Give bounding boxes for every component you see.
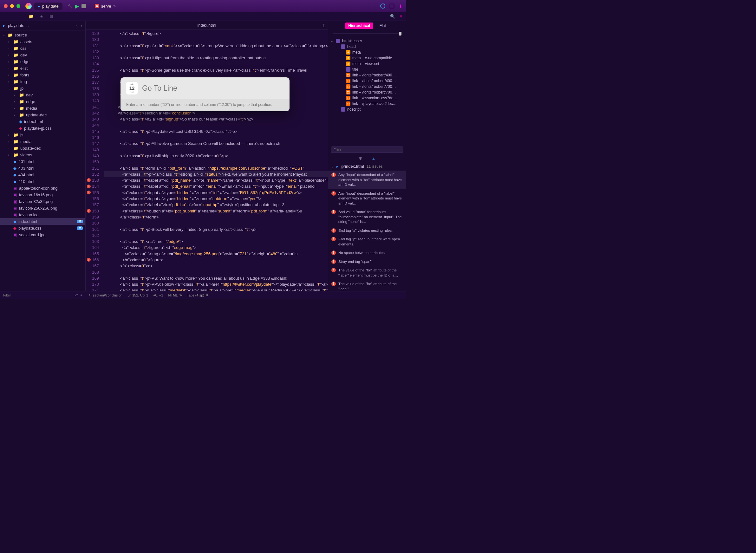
document-icon: ▸ [38,4,40,9]
tree-item[interactable]: ◆404.html [0,171,85,178]
code-editor[interactable]: 1291301311321331341351361371381391401411… [86,30,328,291]
outline-item[interactable]: ⌄head [328,44,406,50]
indent-mode[interactable]: Tabs (4 sp) ⇅ [187,293,208,297]
run-button[interactable]: ▶ [75,3,79,9]
stop-button[interactable] [81,4,86,8]
issue-item[interactable]: !Stray end tag "span". [328,257,406,266]
zoom-window-button[interactable] [16,4,20,8]
files-view-icon[interactable]: 📁 [28,14,33,19]
goto-line-input[interactable] [142,84,284,93]
minimize-window-button[interactable] [10,4,14,8]
serve-scheme[interactable]: n serve ⇅ [92,3,119,10]
outline-item-label: meta – viewport [352,62,379,66]
close-window-button[interactable] [4,4,8,8]
outline-item[interactable]: #meta – viewport [328,61,406,67]
issue-item[interactable]: !No space between attributes. [328,249,406,257]
tree-item[interactable]: ›📁update-dec [0,111,85,118]
tree-item[interactable]: ◆index.html [0,118,85,125]
error-marker-icon[interactable]: ! [87,190,91,194]
tree-item[interactable]: ◆410.html [0,178,85,185]
structure-icon[interactable]: ≡ [399,14,402,19]
outline-depth-slider[interactable] [328,30,406,37]
error-marker-icon[interactable]: ! [87,209,91,213]
issue-item[interactable]: !The value of the "for" attribute of the… [328,266,406,280]
tree-item[interactable]: ›📁media [0,105,85,111]
panel-toggle-icon[interactable] [390,4,394,8]
tree-item[interactable]: ›📁elist [0,65,85,72]
search-icon[interactable]: 🔍 [390,14,395,19]
tree-item[interactable]: ▣social-card.jpg [0,231,85,238]
outline-item[interactable]: title [328,67,406,72]
sidebar-header[interactable]: ▸ play.date ⌄ ‹ › [0,21,85,30]
project-tab[interactable]: ▸ play.date [34,3,63,10]
nav-forward-icon[interactable]: › [81,23,82,28]
outline-filter-input[interactable] [331,147,403,153]
scm-icon[interactable]: ⎇ [74,293,78,297]
outline-item[interactable]: ⬚link – /fonts/roobert/700… [328,84,406,89]
outline-item[interactable]: ⬚link – /fonts/roobert/700… [328,89,406,95]
tree-item[interactable]: ▣favicon.ico [0,212,85,218]
tree-item[interactable]: ▣favicon-256x256.png [0,205,85,212]
tab-hierarchical[interactable]: Hierarchical [345,22,373,29]
tab-flat[interactable]: Flat [376,22,389,29]
tree-item[interactable]: ◆index.htmlM [0,218,85,225]
split-editor-icon[interactable]: ◫ [321,23,325,27]
tree-item-label: 401.html [18,159,34,164]
tree-item[interactable]: ›📁fonts [0,72,85,78]
cursor-position[interactable]: Ln 152, Col 1 [128,293,148,297]
issue-item[interactable]: !Bad value "none" for attribute "autocom… [328,208,406,226]
language-mode[interactable]: HTML ⇅ [168,293,182,297]
tree-item[interactable]: ›📁js [0,132,85,138]
outline-item[interactable]: ⬚link – /playdate.css?dec… [328,101,406,106]
outline-item[interactable]: ⬚link – /css/colors.css?de… [328,95,406,101]
tree-item[interactable]: ◆403.html [0,165,85,171]
error-icon: ! [331,250,336,255]
error-icon: ! [331,210,336,214]
tree-item[interactable]: ⌄📁jp [0,85,85,92]
tree-item[interactable]: ◆401.html [0,158,85,165]
tree-item[interactable]: ›📁dev [0,52,85,58]
breadcrumb[interactable]: ⊙ section#conclusion [89,293,123,297]
issue-item[interactable]: !End tag "a" violates nesting rules. [328,226,406,235]
code-content[interactable]: </a">class="t">figure> <a">class="t">p a… [101,30,328,291]
issue-item[interactable]: !Any "input" descendant of a "label" ele… [328,171,406,189]
tree-item[interactable]: ›📁media [0,138,85,145]
hammer-icon[interactable]: 🔨 [68,4,73,9]
tree-item[interactable]: ›📁css [0,45,85,52]
tree-item[interactable]: ›📁img [0,78,85,85]
outline-item[interactable]: #meta – x-ua-compatible [328,55,406,61]
issue-item[interactable]: !Any "input" descendant of a "label" ele… [328,189,406,208]
outline-item[interactable]: #meta [328,50,406,55]
issues-header[interactable]: ⌄ ▸ jp/index.html 11 issues [328,162,406,171]
tree-item[interactable]: ›📁edge [0,58,85,65]
outline-item[interactable]: ⌄html#teaser [328,38,406,44]
error-marker-icon[interactable]: ! [87,258,91,261]
error-marker-icon[interactable]: ! [87,184,91,188]
outline-item[interactable]: ⬚link – /fonts/roobert/400… [328,72,406,78]
tree-item[interactable]: ▣favicon-32x32.png [0,198,85,205]
all-issues-icon[interactable]: ✱ [359,156,362,161]
tree-item[interactable]: ▣apple-touch-icon.png [0,185,85,191]
tree-item[interactable]: ▣favicon-16x16.png [0,191,85,198]
warnings-icon[interactable]: ▲ [372,156,376,161]
add-file-icon[interactable]: + [81,293,82,297]
tree-item[interactable]: ›📁update-dec [0,145,85,152]
sidebar-filter-input[interactable] [3,293,71,297]
preview-icon[interactable] [380,3,385,9]
nav-back-icon[interactable]: ‹ [76,23,77,28]
new-tab-button[interactable]: + [399,3,402,9]
tree-item[interactable]: ◆playdate.cssM [0,225,85,231]
tree-item[interactable]: ›📁dev [0,92,85,98]
grid-view-icon[interactable]: ⊞ [50,14,53,19]
tree-item[interactable]: ⌄📁source [0,32,85,38]
issue-item[interactable]: !End tag "p" seen, but there were open e… [328,235,406,249]
tree-item[interactable]: ›📁edge [0,98,85,105]
outline-item-label: head [347,45,356,49]
tree-item[interactable]: ›📁videos [0,152,85,158]
outline-item[interactable]: ⬚link – /fonts/roobert/400… [328,78,406,84]
tree-item[interactable]: ◆playdate-jp.css [0,125,85,132]
outline-item[interactable]: ⌄noscript [328,106,406,112]
symbols-view-icon[interactable]: ◈ [40,14,43,19]
tree-item[interactable]: ›📁assets [0,38,85,45]
issue-item[interactable]: !The value of the "for" attribute of the… [328,280,406,291]
